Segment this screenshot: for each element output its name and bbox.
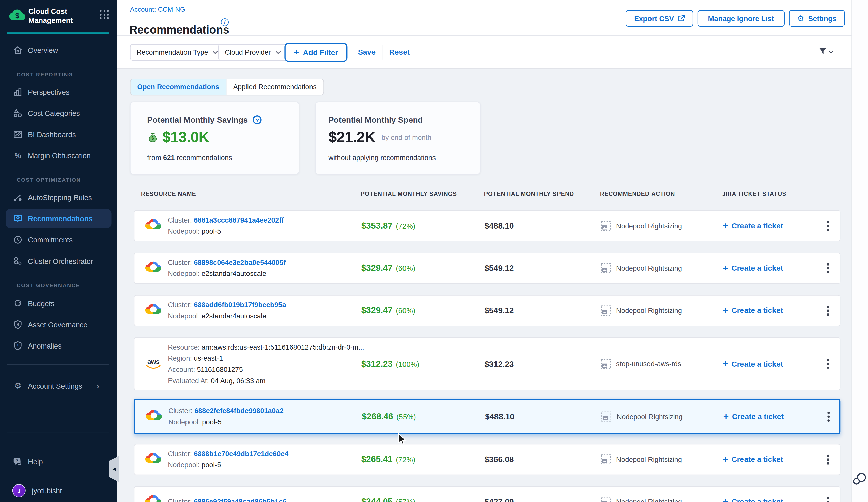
sidebar-item-recommendations[interactable]: Recommendations	[6, 209, 111, 228]
savings-value: $265.41	[361, 454, 393, 464]
resource-label: Nodepool:	[168, 461, 202, 469]
sidebar-item-anomalies[interactable]: !Anomalies	[6, 336, 111, 355]
sidebar-item-label: Cost Categories	[28, 109, 80, 117]
sidebar-item-autostopping-rules[interactable]: AutoStopping Rules	[6, 188, 111, 207]
row-menu-kebab-icon[interactable]	[825, 261, 831, 275]
resource-value: e2standar4autoscale	[202, 270, 266, 278]
rightsizing-action-icon	[601, 220, 611, 231]
support-chat-icon[interactable]	[852, 471, 867, 486]
sidebar-item-asset-governance[interactable]: $Asset Governance	[6, 315, 111, 334]
sidebar-item-bi-dashboards[interactable]: BI Dashboards	[6, 125, 111, 144]
breadcrumb-account[interactable]: Account: CCM-NG	[130, 6, 186, 13]
filter-panel-toggle[interactable]	[819, 48, 834, 56]
create-jira-ticket-button[interactable]: +Create a ticket	[723, 306, 783, 315]
table-row[interactable]: Cluster: 6886e92f59a48cad86b5b1c6$244.05…	[134, 486, 840, 502]
recommended-action-label: Nodepool Rightsizing	[616, 264, 682, 272]
resource-link[interactable]: 688add6fb019b17f9bccb95a	[194, 301, 286, 309]
table-row[interactable]: Cluster: 6881a3ccc887941a4ee202ffNodepoo…	[134, 210, 840, 241]
sidebar-item-commitments[interactable]: Commitments	[6, 230, 111, 249]
save-filter-link[interactable]: Save	[358, 48, 375, 56]
sidebar-item-cost-categories[interactable]: Cost Categories	[6, 104, 111, 123]
manage-ignore-list-button[interactable]: Manage Ignore List	[698, 10, 785, 27]
sidebar-item-margin-obfuscation[interactable]: %Margin Obfuscation	[6, 146, 111, 165]
settings-button[interactable]: ⚙ Settings	[789, 10, 845, 27]
resource-link[interactable]: 68898c064e3e2ba0e544005f	[194, 259, 286, 266]
card-title-row: Potential Monthly Savings ?	[147, 115, 262, 124]
row-menu-kebab-icon[interactable]	[825, 219, 831, 233]
create-jira-ticket-button[interactable]: +Create a ticket	[723, 456, 783, 464]
sidebar-item-help[interactable]: ? Help	[6, 452, 111, 471]
app-switcher-icon[interactable]	[100, 10, 110, 20]
create-jira-ticket-button[interactable]: +Create a ticket	[723, 498, 783, 502]
resource-link[interactable]: 6881a3ccc887941a4ee202ff	[194, 216, 284, 224]
resource-link[interactable]: 6888b1c70e49db17c1de60c4	[194, 450, 288, 458]
table-row[interactable]: Cluster: 688add6fb019b17f9bccb95aNodepoo…	[134, 295, 840, 326]
resource-label: Nodepool:	[168, 270, 202, 278]
dropdown-label: Recommendation Type	[137, 49, 208, 56]
recommendation-type-dropdown[interactable]: Recommendation Type	[130, 44, 225, 61]
resource-label: Cluster:	[168, 259, 194, 266]
resource-line: Cluster: 688add6fb019b17f9bccb95a	[168, 301, 286, 310]
create-jira-ticket-button[interactable]: +Create a ticket	[723, 412, 784, 421]
savings-value: $244.05	[361, 497, 393, 502]
question-icon[interactable]: ?	[253, 115, 262, 124]
table-row[interactable]: Cluster: 688c2fefc84fbdc99801a0a2Nodepoo…	[134, 399, 840, 435]
aws-provider-icon: aws	[145, 359, 162, 369]
recommendation-count: 621	[163, 154, 175, 162]
user-menu[interactable]: J jyoti.bisht	[12, 484, 62, 497]
recommended-action-cell: Nodepool Rightsizing	[601, 454, 682, 465]
export-csv-button[interactable]: Export CSV	[626, 10, 693, 27]
tab-open-recommendations[interactable]: Open Recommendations	[131, 79, 227, 95]
savings-percent: (60%)	[396, 307, 415, 315]
sidebar-section-label: COST REPORTING	[17, 71, 73, 77]
savings-value: $268.46	[362, 411, 393, 421]
settings-label: Settings	[808, 14, 837, 22]
col-potential-monthly-savings: POTENTIAL MONTHLY SAVINGS	[361, 190, 457, 197]
sidebar-item-label: BI Dashboards	[28, 130, 76, 139]
user-name: jyoti.bisht	[32, 487, 62, 495]
resource-line: Nodepool: e2standar4autoscale	[168, 269, 286, 278]
create-jira-ticket-button[interactable]: +Create a ticket	[723, 264, 783, 272]
sidebar-item-label: Anomalies	[28, 342, 62, 350]
resource-value: pool-5	[202, 461, 221, 469]
info-icon[interactable]: i	[221, 18, 229, 26]
resource-value: pool-5	[202, 228, 221, 236]
resource-line: Cluster: 6888b1c70e49db17c1de60c4	[168, 449, 288, 458]
table-row[interactable]: Cluster: 68898c064e3e2ba0e544005fNodepoo…	[134, 252, 840, 284]
table-row[interactable]: Cluster: 6888b1c70e49db17c1de60c4Nodepoo…	[134, 444, 840, 475]
table-row[interactable]: aws Resource: arn:aws:rds:us-east-1:5116…	[134, 337, 840, 390]
row-menu-kebab-icon[interactable]	[825, 357, 831, 371]
sidebar-item-perspectives[interactable]: Perspectives	[6, 82, 111, 101]
row-menu-kebab-icon[interactable]	[825, 303, 831, 317]
col-resource-name: RESOURCE NAME	[141, 190, 196, 197]
spend-amount: $21.2K	[328, 129, 375, 146]
row-menu-kebab-icon[interactable]	[825, 495, 831, 502]
cloud-provider-dropdown[interactable]: Cloud Provider	[218, 44, 288, 61]
tab-applied-recommendations[interactable]: Applied Recommendations	[227, 79, 323, 95]
filter-separator	[383, 45, 383, 60]
row-menu-kebab-icon[interactable]	[825, 409, 832, 423]
resource-link[interactable]: 6886e92f59a48cad86b5b1c6	[194, 498, 287, 502]
create-jira-ticket-button[interactable]: +Create a ticket	[723, 359, 783, 368]
reset-filter-link[interactable]: Reset	[389, 48, 410, 56]
chevron-right-icon: ›	[96, 381, 99, 390]
svg-text:$: $	[152, 135, 154, 140]
chevron-down-icon	[829, 50, 834, 53]
savings-subtitle: from 621 recommendations	[147, 154, 232, 162]
row-menu-kebab-icon[interactable]	[825, 452, 831, 467]
savings-percent: (60%)	[396, 264, 415, 273]
sidebar-item-budgets[interactable]: Budgets	[6, 294, 111, 313]
sidebar-item-cluster-orchestrator[interactable]: Cluster Orchestrator	[6, 251, 111, 270]
create-jira-ticket-button[interactable]: +Create a ticket	[723, 221, 783, 230]
resource-link[interactable]: 688c2fefc84fbdc99801a0a2	[194, 407, 283, 415]
resource-label: Nodepool:	[168, 312, 202, 320]
recommended-action-cell: Nodepool Rightsizing	[601, 305, 682, 316]
sidebar-item-account-settings[interactable]: ⚙ Account Settings ›	[6, 376, 111, 395]
app-logo-row[interactable]: $ Cloud Cost Management	[8, 6, 110, 29]
resource-value: 04 Aug, 06:33 am	[211, 377, 266, 385]
col-jira-ticket-status: JIRA TICKET STATUS	[722, 190, 786, 197]
create-ticket-label: Create a ticket	[732, 498, 783, 502]
sidebar-item-overview[interactable]: Overview	[6, 41, 111, 60]
add-filter-button[interactable]: + Add Filter	[284, 43, 348, 62]
resource-label: Cluster:	[168, 498, 194, 502]
